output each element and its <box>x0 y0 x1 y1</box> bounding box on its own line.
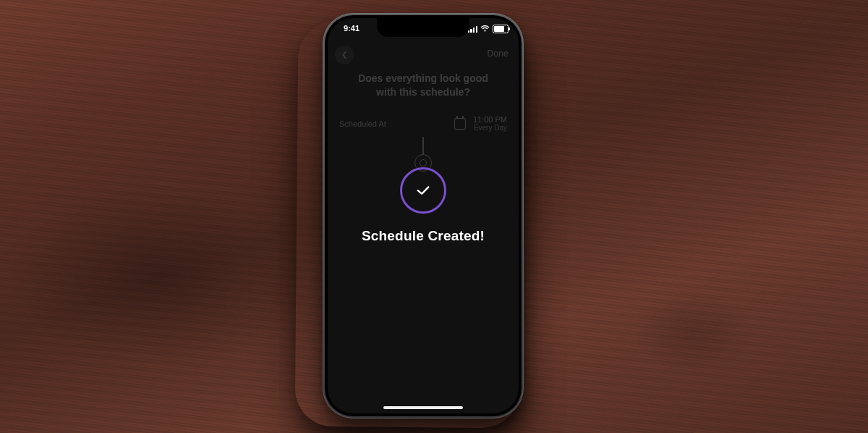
status-bar-indicators <box>468 25 509 33</box>
phone-screen: 9:41 <box>328 18 519 413</box>
confirmation-overlay: Schedule Created! <box>328 18 519 413</box>
phone-bezel: 9:41 <box>325 15 522 416</box>
phone-frame: 9:41 <box>323 13 524 419</box>
confirmation-message: Schedule Created! <box>362 228 485 244</box>
phone-notch <box>377 18 469 37</box>
home-indicator[interactable] <box>383 406 463 409</box>
status-bar-time: 9:41 <box>344 24 359 33</box>
check-icon <box>416 185 430 196</box>
product-shot-background: 9:41 <box>0 0 868 433</box>
svg-point-0 <box>484 30 485 31</box>
wifi-icon <box>480 25 490 33</box>
battery-icon <box>493 25 509 33</box>
success-check-ring <box>400 167 446 214</box>
